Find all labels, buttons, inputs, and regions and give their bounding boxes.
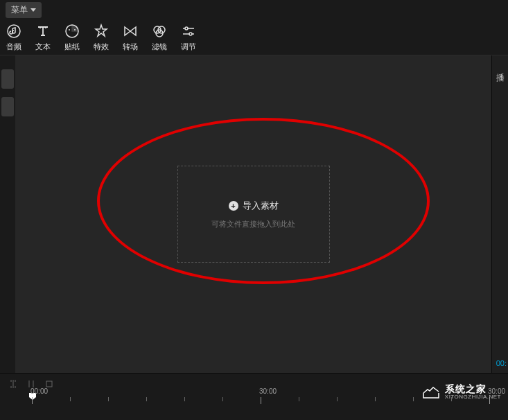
tool-text[interactable]: 文本: [35, 23, 51, 52]
tool-audio[interactable]: 音频: [6, 23, 22, 52]
tick-label: 00:00: [30, 387, 48, 395]
tool-label: 调节: [181, 42, 196, 52]
import-dropzone[interactable]: + 导入素材 可将文件直接拖入到此处: [177, 166, 330, 263]
menu-label: 菜单: [11, 4, 28, 16]
watermark: 系统之家 XITONGZHIJIA.NET: [421, 384, 501, 401]
tool-label: 特效: [94, 42, 109, 52]
tool-effect[interactable]: 特效: [93, 23, 110, 52]
toolbar: 音频 文本 贴纸 特效 转场 滤镜 调节: [0, 19, 508, 55]
svg-rect-7: [46, 381, 52, 387]
tick-label: 30:00: [259, 387, 277, 395]
import-main: + 导入素材: [229, 200, 279, 212]
watermark-url: XITONGZHIJIA.NET: [445, 394, 501, 401]
tool-adjust[interactable]: 调节: [180, 23, 197, 52]
right-tab-label[interactable]: 播: [496, 72, 505, 84]
plus-icon: +: [229, 201, 238, 211]
svg-point-5: [185, 27, 188, 30]
text-icon: [35, 23, 51, 40]
media-panel: + 导入素材 可将文件直接拖入到此处: [15, 55, 491, 373]
tool-label: 文本: [35, 42, 51, 52]
right-time: 00:: [496, 359, 507, 367]
tool-filter[interactable]: 滤镜: [151, 23, 168, 52]
tool-label: 转场: [123, 42, 138, 52]
watermark-text: 系统之家 XITONGZHIJIA.NET: [445, 384, 501, 401]
tool-label: 滤镜: [152, 42, 167, 52]
menu-button[interactable]: 菜单: [6, 2, 42, 18]
right-panel: 播 00:: [491, 55, 508, 373]
watermark-icon: [421, 385, 441, 400]
sidebar-tab[interactable]: [1, 97, 14, 116]
watermark-title: 系统之家: [445, 384, 501, 394]
tool-sticker[interactable]: 贴纸: [64, 23, 80, 52]
import-hint: 可将文件直接拖入到此处: [211, 219, 295, 229]
sidebar: [0, 55, 15, 373]
svg-point-6: [189, 33, 192, 35]
sticker-icon: [64, 23, 80, 40]
main-area: + 导入素材 可将文件直接拖入到此处 播 00:: [0, 55, 508, 373]
import-title: 导入素材: [243, 200, 279, 212]
tool-label: 贴纸: [64, 42, 80, 52]
adjust-icon: [180, 23, 197, 40]
tool-label: 音频: [6, 42, 21, 52]
split-icon[interactable]: [8, 379, 18, 391]
chevron-down-icon: [30, 5, 36, 15]
sidebar-tab[interactable]: [1, 69, 14, 89]
audio-icon: [6, 23, 22, 40]
filter-icon: [151, 23, 168, 40]
tool-transition[interactable]: 转场: [122, 23, 139, 52]
transition-icon: [122, 23, 139, 40]
top-bar: 菜单: [0, 0, 508, 19]
svg-point-0: [8, 25, 20, 37]
effect-icon: [93, 23, 110, 40]
